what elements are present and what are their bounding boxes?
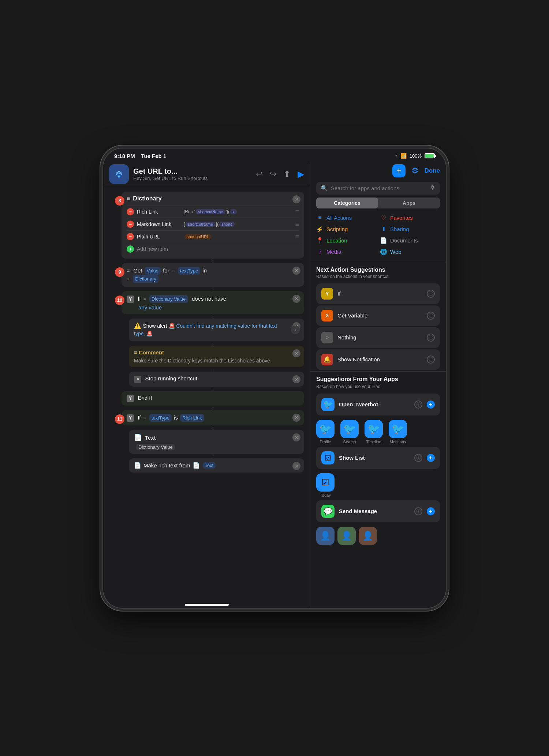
cat-web[interactable]: 🌐 Web	[380, 247, 440, 257]
dict-icon: ≡	[127, 195, 130, 202]
stop-block[interactable]: ✕ Stop running shortcut ✕	[129, 372, 304, 387]
tweetbot-add-btn[interactable]: +	[427, 400, 435, 409]
endif-container: Y End If	[122, 391, 304, 406]
media-icon: ♪	[316, 248, 324, 255]
tweetbot-timeline[interactable]: 🐦 Timeline	[365, 420, 383, 444]
tweetbot-profile[interactable]: 🐦 Profile	[316, 420, 335, 444]
connector-5	[213, 369, 213, 372]
tweetbot-search[interactable]: 🐦 Search	[340, 420, 359, 444]
rich-text-close[interactable]: ✕	[292, 462, 300, 470]
text-inner-block[interactable]: 📄 Text Dictionary Value ✕	[129, 430, 304, 454]
minus-plain-url[interactable]: −	[127, 233, 134, 240]
connector-9	[213, 455, 213, 458]
cat-sharing[interactable]: ⬆ Sharing	[380, 224, 440, 234]
tweetbot-mentions[interactable]: 🐦 Mentions	[389, 420, 407, 444]
app-suggestions-title: Suggestions From Your Apps	[310, 373, 446, 384]
if-info-btn[interactable]: ⓘ	[427, 290, 435, 298]
open-tweetbot-row[interactable]: 🐦 Open Tweetbot ⓘ +	[316, 394, 440, 415]
action-nothing[interactable]: ○ Nothing ⓘ	[316, 327, 440, 348]
dictionary-block[interactable]: ≡ Dictionary ✕ − Rich Link [Run 'shortcu…	[122, 192, 304, 259]
stop-close[interactable]: ✕	[292, 375, 300, 383]
endif-label: End If	[138, 395, 152, 401]
dict-row-plain-url: − Plain URL shortcutURL ≡	[127, 230, 299, 243]
action-if[interactable]: Y If ⓘ	[316, 283, 440, 304]
categories-tab[interactable]: Categories	[316, 198, 378, 208]
tweetbot-info-btn[interactable]: ⓘ	[414, 400, 422, 409]
apps-tab[interactable]: Apps	[378, 198, 440, 208]
connector-7	[213, 407, 213, 410]
endif-block[interactable]: Y End If	[122, 391, 304, 406]
cat-all-actions[interactable]: ≡ All Actions	[316, 213, 376, 223]
action-show-notification[interactable]: 🔔 Show Notification ⓘ	[316, 349, 440, 370]
get-value-block[interactable]: ≡ Get Value for ≡ textType in ≡ Dictiona…	[122, 263, 304, 287]
minus-rich-link[interactable]: −	[127, 208, 134, 215]
share-button[interactable]: ⬆	[284, 169, 290, 179]
search-icon: 🔍	[321, 185, 328, 192]
nav-arrow[interactable]: ›	[291, 326, 300, 334]
msg-contact-2[interactable]: 👤	[337, 527, 356, 545]
if-block[interactable]: Y If ≡ Dictionary Value does not have an…	[122, 291, 304, 315]
done-button[interactable]: Done	[425, 167, 440, 174]
shortcut-subtitle: Hey Siri, Get URL to Run Shortcuts	[133, 176, 256, 181]
msg-contact-3[interactable]: 👤	[359, 527, 377, 545]
cat-scripting[interactable]: ⚡ Scripting	[316, 224, 376, 234]
text-block-container: 📄 Text Dictionary Value ✕	[129, 430, 304, 454]
add-action-button[interactable]	[392, 164, 406, 177]
comment-close[interactable]: ✕	[292, 349, 300, 357]
minus-markdown-link[interactable]: −	[127, 221, 134, 228]
rich-text-container: 📄 Make rich text from 📄 Text ✕	[129, 458, 304, 473]
drag-plain-url: ≡	[295, 233, 299, 241]
show-notification-info-btn[interactable]: ⓘ	[427, 356, 435, 364]
rich-text-icon: 📄	[134, 462, 141, 469]
comment-block[interactable]: ≡ Comment Make sure the Dictionary keys …	[129, 346, 304, 367]
show-list-info-btn[interactable]: ⓘ	[414, 454, 422, 462]
cat-location[interactable]: 📍 Location	[316, 236, 376, 245]
action-get-variable[interactable]: X Get Variable ⓘ	[316, 305, 440, 326]
add-new-item[interactable]: + Add new item	[127, 243, 299, 255]
msg-contact-1[interactable]: 👤	[316, 527, 335, 545]
if-close[interactable]: ✕	[292, 295, 300, 303]
send-message-info-btn[interactable]: ⓘ	[414, 507, 422, 515]
cat-favorites[interactable]: ♡ Favorites	[380, 213, 440, 223]
cat-media[interactable]: ♪ Media	[316, 247, 376, 257]
text-close[interactable]: ✕	[292, 433, 300, 441]
show-alert-block[interactable]: ⚠️ Show alert 🚨 Couldn't find any matchi…	[129, 319, 304, 341]
dict-var: Dictionary	[133, 275, 158, 283]
if2-close[interactable]: ✕	[292, 414, 300, 422]
filter-icon[interactable]: ⚙	[411, 166, 419, 176]
rich-text-block[interactable]: 📄 Make rich text from 📄 Text ✕	[129, 458, 304, 473]
send-message-add-btn[interactable]: +	[427, 507, 435, 515]
right-scroll[interactable]: ≡ All Actions ♡ Favorites ⚡ Scripting	[310, 213, 446, 608]
text-header: 📄 Text	[134, 433, 290, 441]
nothing-info-btn[interactable]: ⓘ	[427, 334, 435, 342]
search-bar[interactable]: 🔍 🎙	[316, 182, 440, 195]
get-value-close[interactable]: ✕	[292, 267, 300, 275]
show-list-today[interactable]: ☑ Today	[316, 473, 335, 497]
play-button[interactable]: ▶	[298, 169, 304, 179]
undo-button[interactable]: ↩	[256, 169, 262, 179]
get-variable-info-btn[interactable]: ⓘ	[427, 312, 435, 320]
if-action-label: If	[337, 290, 422, 297]
divider-1	[310, 263, 446, 263]
connector-3	[213, 316, 213, 319]
show-list-add-btn[interactable]: +	[427, 454, 435, 462]
all-actions-icon: ≡	[316, 214, 324, 221]
x-letter: X	[326, 313, 329, 318]
show-list-row[interactable]: ☑ Show List ⓘ +	[316, 447, 440, 469]
nothing-label: Nothing	[337, 334, 422, 341]
dictionary-close[interactable]: ✕	[292, 195, 300, 203]
workflow-scroll[interactable]: 8 ≡ Dictionary ✕ − Rich Link	[103, 187, 310, 602]
for-label: for	[163, 267, 171, 274]
if2-block[interactable]: Y If ≡ textType is Rich Link ✕	[122, 410, 304, 426]
shortcut-info: Get URL to... Hey Siri, Get URL to Run S…	[133, 167, 256, 181]
tweetbot-timeline-icon: 🐦	[365, 420, 383, 438]
search-input[interactable]	[331, 185, 427, 191]
mic-icon[interactable]: 🎙	[430, 185, 436, 191]
cat-documents[interactable]: 📄 Documents	[380, 236, 440, 245]
redo-button[interactable]: ↪	[270, 169, 276, 179]
text-icon: 📄	[134, 433, 142, 441]
today-icon: ☑	[316, 473, 335, 492]
status-date: Tue Feb 1	[141, 153, 166, 159]
get-value-text: ≡ Get Value for ≡ textType in ≡ Dictiona…	[127, 267, 290, 283]
send-message-row[interactable]: 💬 Send Message ⓘ +	[316, 500, 440, 522]
